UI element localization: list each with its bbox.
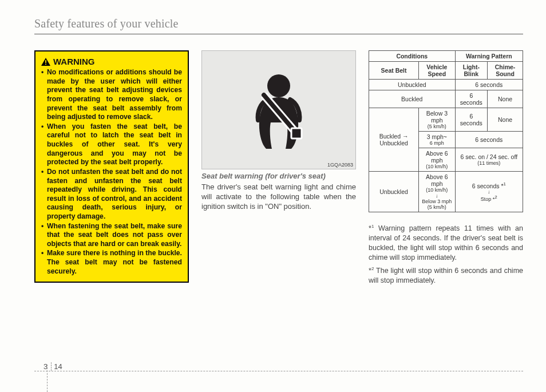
cell: 3 mph~6 mph — [419, 132, 455, 148]
seatbelt-figure: 1GQA2083 — [201, 50, 356, 169]
footer-vline — [47, 365, 48, 392]
warning-pattern-table: Conditions Warning Pattern Seat Belt Veh… — [369, 50, 523, 212]
cell: 6 seconds — [455, 132, 523, 148]
th-seatbelt: Seat Belt — [369, 62, 419, 80]
footnotes: *1 Warning pattern repeats 11 times with… — [369, 224, 523, 286]
cell: None — [488, 90, 523, 108]
svg-rect-0 — [45, 60, 46, 63]
cell: 6 seconds — [455, 90, 487, 108]
th-chime: Chime-Sound — [488, 62, 523, 80]
cell: Unbuckled — [369, 80, 456, 90]
col-table: Conditions Warning Pattern Seat Belt Veh… — [369, 50, 523, 289]
cell: Unbuckled — [369, 172, 419, 212]
warning-item: Do not unfasten the seat belt and do not… — [41, 168, 182, 221]
footnote-2: *2 The light will stop within 6 seconds … — [369, 266, 523, 286]
warning-item: No modifications or additions should be … — [41, 68, 182, 122]
cell: None — [488, 108, 523, 132]
page-footer: 314 — [34, 371, 523, 374]
cell: Buckled → Unbuckled — [369, 108, 419, 172]
warning-triangle-icon — [41, 58, 50, 66]
th-light: Light-Blink — [455, 62, 487, 80]
footnote-1: *1 Warning pattern repeats 11 times with… — [369, 224, 523, 263]
page-number-value: 14 — [54, 362, 62, 371]
warning-item: When fastening the seat belt, make sure … — [41, 222, 182, 249]
page-number: 314 — [41, 362, 65, 371]
cell: 6 sec. on / 24 sec. off(11 times) — [455, 148, 523, 172]
th-conditions: Conditions — [369, 51, 456, 62]
body-paragraph: The driver's seat belt warning light and… — [201, 183, 356, 212]
warning-item: Make sure there is nothing in the buckle… — [41, 249, 182, 276]
warning-list: No modifications or additions should be … — [41, 68, 182, 276]
cell: 6 seconds — [455, 108, 487, 132]
chapter-number: 3 — [43, 362, 52, 371]
warning-box: WARNING No modifications or additions sh… — [34, 50, 189, 283]
th-pattern: Warning Pattern — [455, 51, 523, 62]
cell: Above 6 mph(10 km/h) — [419, 148, 455, 172]
figure-code: 1GQA2083 — [327, 162, 353, 168]
cell: 6 seconds — [455, 80, 523, 90]
th-speed: Vehicle Speed — [419, 62, 455, 80]
svg-rect-3 — [291, 128, 302, 138]
col-warning: WARNING No modifications or additions sh… — [34, 50, 189, 283]
figure-caption: Seat belt warning (for driver's seat) — [201, 172, 356, 180]
cell: Buckled — [369, 90, 456, 108]
page-header: Safety features of your vehicle — [34, 17, 523, 34]
svg-point-2 — [267, 74, 290, 97]
cell: Below 3 mph(5 km/h) — [419, 108, 455, 132]
seatbelt-person-icon — [244, 70, 313, 150]
cell: 6 seconds *1 ↓ Stop *2 — [455, 172, 523, 212]
svg-rect-1 — [45, 64, 46, 65]
warning-item: When you fasten the seat belt, be carefu… — [41, 122, 182, 167]
cell: Above 6 mph (10 km/h) ↓ Below 3 mph (5 k… — [419, 172, 455, 212]
warning-title: WARNING — [53, 56, 95, 67]
warning-heading: WARNING — [41, 56, 182, 67]
col-figure: 1GQA2083 Seat belt warning (for driver's… — [201, 50, 356, 212]
content-columns: WARNING No modifications or additions sh… — [34, 50, 523, 289]
